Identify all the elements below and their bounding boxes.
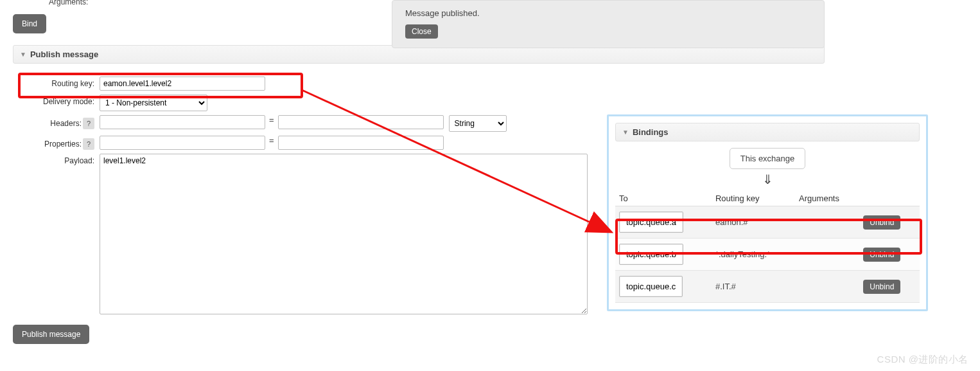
message-published-notice: Message published. Close	[392, 0, 825, 48]
col-arguments: Arguments	[795, 191, 859, 206]
delivery-mode-select[interactable]: 1 - Non-persistent	[100, 95, 207, 111]
arguments-label: Arguments:	[49, 0, 88, 6]
notice-text: Message published.	[405, 8, 811, 18]
down-arrow-icon: ⇓	[615, 172, 920, 187]
payload-label: Payload:	[13, 154, 100, 165]
queue-button[interactable]: topic.queue.a	[619, 212, 683, 233]
section-title: Publish message	[30, 50, 98, 59]
arguments-cell	[795, 271, 859, 303]
bindings-section-header[interactable]: ▼ Bindings	[615, 123, 920, 141]
queue-button[interactable]: topic.queue.c	[619, 276, 683, 297]
unbind-button[interactable]: Unbind	[863, 248, 900, 262]
headers-key-input[interactable]	[100, 115, 265, 129]
table-row: topic.queue.c #.IT.# Unbind	[615, 271, 920, 303]
equals-sign: =	[265, 115, 278, 125]
unbind-button[interactable]: Unbind	[863, 215, 900, 230]
section-title: Bindings	[633, 127, 669, 137]
routing-key-cell: #.IT.#	[712, 271, 795, 303]
properties-value-input[interactable]	[278, 136, 444, 150]
routing-key-cell: *.dailyTesting.*	[712, 239, 795, 271]
routing-key-cell: eamon.#	[712, 206, 795, 239]
table-row: topic.queue.b *.dailyTesting.* Unbind	[615, 239, 920, 271]
properties-label: Properties:?	[13, 136, 100, 150]
this-exchange-button[interactable]: This exchange	[730, 148, 806, 169]
arguments-cell	[795, 206, 859, 239]
col-to: To	[615, 191, 712, 206]
close-button[interactable]: Close	[405, 24, 438, 39]
properties-key-input[interactable]	[100, 136, 265, 150]
queue-button[interactable]: topic.queue.b	[619, 244, 683, 265]
table-row: topic.queue.a eamon.# Unbind	[615, 206, 920, 239]
routing-key-label: Routing key:	[13, 77, 100, 88]
bind-button[interactable]: Bind	[13, 14, 46, 33]
delivery-mode-label: Delivery mode:	[13, 95, 100, 106]
payload-textarea[interactable]: level1.level2	[100, 154, 588, 314]
chevron-down-icon: ▼	[20, 51, 26, 58]
headers-label: Headers:?	[13, 115, 100, 129]
arguments-cell	[795, 239, 859, 271]
unbind-button[interactable]: Unbind	[863, 280, 900, 294]
headers-value-input[interactable]	[278, 115, 444, 129]
help-icon[interactable]: ?	[83, 118, 94, 129]
routing-key-input[interactable]	[100, 77, 265, 91]
publish-message-button[interactable]: Publish message	[13, 325, 89, 344]
help-icon[interactable]: ?	[83, 138, 94, 150]
bindings-table: To Routing key Arguments topic.queue.a e…	[615, 191, 920, 303]
chevron-down-icon: ▼	[622, 129, 629, 136]
equals-sign: =	[265, 136, 278, 145]
headers-type-select[interactable]: String	[449, 115, 507, 132]
bindings-panel: ▼ Bindings This exchange ⇓ To Routing ke…	[607, 114, 928, 311]
watermark: CSDN @进阶的小名	[877, 354, 968, 366]
col-routing-key: Routing key	[712, 191, 795, 206]
